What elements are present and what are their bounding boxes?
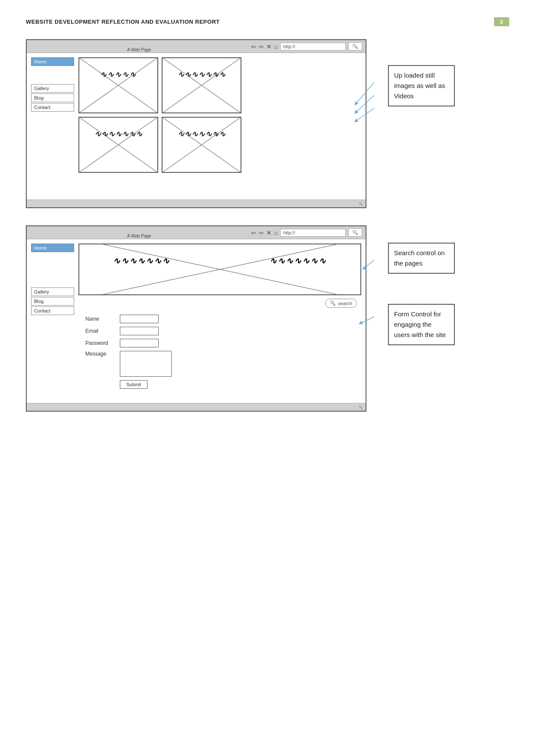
submit-button[interactable]: Submit bbox=[120, 380, 147, 389]
browser-mockup-1: A Web Page ⇦ ⇨ ✕ ⌂ 🔍 Home Gallery Blog bbox=[26, 39, 366, 208]
annotation-section-1: Up loaded still images as well as Videos bbox=[375, 65, 455, 106]
nav-sidebar-2: Home Gallery Blog Contact bbox=[31, 244, 74, 399]
form-row-password: Password bbox=[85, 339, 354, 347]
browser-search-2[interactable]: 🔍 bbox=[348, 228, 362, 237]
form-row-name: Name bbox=[85, 315, 354, 323]
browser-toolbar-1: A Web Page ⇦ ⇨ ✕ ⌂ 🔍 bbox=[27, 40, 366, 53]
close-button-2[interactable]: ✕ bbox=[266, 229, 272, 236]
annotation-3-text: Form Control for engaging the users with… bbox=[394, 310, 446, 338]
nav-item-blog-1[interactable]: Blog bbox=[31, 94, 74, 102]
form-area: Name Email Password Message bbox=[78, 311, 361, 392]
home-button-2[interactable]: ⌂ bbox=[274, 229, 278, 236]
form-input-password[interactable] bbox=[120, 339, 159, 347]
page-header: WEBSITE DEVELOPMENT REFLECTION AND EVALU… bbox=[26, 17, 509, 26]
nav-item-gallery-1[interactable]: Gallery bbox=[31, 84, 74, 93]
image-row-top: ∿∿∿∿∿ ∿∿∿∿∿∿∿ bbox=[78, 57, 361, 113]
form-label-message: Message bbox=[85, 351, 116, 357]
close-button[interactable]: ✕ bbox=[266, 43, 272, 50]
svg-line-14 bbox=[360, 317, 374, 323]
search-icon-2: 🔍 bbox=[352, 230, 358, 235]
form-label-name: Name bbox=[85, 316, 116, 322]
form-textarea-message[interactable] bbox=[120, 351, 172, 377]
forward-button-2[interactable]: ⇨ bbox=[259, 229, 264, 236]
section-2: A Web Page ⇦ ⇨ ✕ ⌂ 🔍 Home Gallery Blog bbox=[26, 225, 509, 412]
form-input-email[interactable] bbox=[120, 327, 159, 335]
browser-body-1: Home Gallery Blog Contact bbox=[27, 53, 366, 200]
annotation-3-wrapper: Form Control for engaging the users with… bbox=[375, 304, 455, 345]
browser-body-2: Home Gallery Blog Contact ∿∿ bbox=[27, 239, 366, 403]
arrow-search bbox=[362, 256, 375, 281]
report-title: WEBSITE DEVELOPMENT REFLECTION AND EVALU… bbox=[26, 19, 220, 25]
browser-search-1[interactable]: 🔍 bbox=[348, 42, 362, 50]
form-label-password: Password bbox=[85, 340, 116, 346]
form-input-name[interactable] bbox=[120, 315, 159, 323]
form-row-email: Email bbox=[85, 327, 354, 335]
back-button-2[interactable]: ⇦ bbox=[251, 229, 256, 236]
form-row-submit: Submit bbox=[85, 380, 354, 389]
annotation-1-text: Up loaded still images as well as Videos bbox=[394, 72, 445, 100]
wire-img-3: ∿∿∿∿∿∿∿ bbox=[78, 117, 158, 173]
browser-title-1: A Web Page bbox=[127, 47, 151, 52]
form-label-email: Email bbox=[85, 328, 116, 334]
browser-title-2: A Web Page bbox=[127, 234, 151, 238]
wire-img-4-text: ∿∿∿∿∿∿∿ bbox=[178, 129, 226, 139]
resize-icon-1: ⤡ bbox=[359, 201, 363, 207]
nav-item-blog-2[interactable]: Blog bbox=[31, 297, 74, 306]
arrow-form bbox=[359, 312, 376, 334]
wire-img-4: ∿∿∿∿∿∿∿ bbox=[162, 117, 241, 173]
nav-item-home-1[interactable]: Home bbox=[31, 57, 74, 66]
resize-icon-2: ⤡ bbox=[359, 404, 363, 410]
nav-item-contact-2[interactable]: Contact bbox=[31, 306, 74, 315]
arrow-lines-1 bbox=[354, 69, 375, 156]
annotation-2-text: Search control on the pages bbox=[394, 249, 445, 267]
search-bar[interactable]: 🔍 search bbox=[325, 299, 357, 308]
nav-item-contact-1[interactable]: Contact bbox=[31, 103, 74, 112]
section-2-row: A Web Page ⇦ ⇨ ✕ ⌂ 🔍 Home Gallery Blog bbox=[26, 225, 509, 412]
content-area-1: ∿∿∿∿∿ ∿∿∿∿∿∿∿ bbox=[78, 57, 361, 195]
wire-img-2-text: ∿∿∿∿∿∿∿ bbox=[178, 70, 226, 79]
wire-img-3-text: ∿∿∿∿∿∿∿ bbox=[94, 129, 143, 139]
nav-item-home-2[interactable]: Home bbox=[31, 244, 74, 252]
url-bar-2[interactable] bbox=[280, 229, 346, 237]
search-icon-3: 🔍 bbox=[330, 300, 336, 306]
forward-button[interactable]: ⇨ bbox=[259, 43, 264, 50]
browser-footer-2: ⤡ bbox=[27, 403, 366, 411]
form-row-message: Message bbox=[85, 351, 354, 377]
wire-img-1-text: ∿∿∿∿∿ bbox=[100, 70, 137, 79]
browser-mockup-2: A Web Page ⇦ ⇨ ✕ ⌂ 🔍 Home Gallery Blog bbox=[26, 225, 366, 412]
annotation-box-1: Up loaded still images as well as Videos bbox=[388, 65, 455, 106]
wire-img-1: ∿∿∿∿∿ bbox=[78, 57, 158, 113]
url-bar-1[interactable] bbox=[280, 43, 346, 50]
svg-line-13 bbox=[364, 260, 374, 269]
search-bar-row: 🔍 search bbox=[78, 299, 361, 308]
image-row-bottom: ∿∿∿∿∿∿∿ ∿∿∿∿∿∿∿ bbox=[78, 117, 361, 173]
wire-img-banner: ∿∿∿∿∿∿∿ ∿∿∿∿∿∿∿ bbox=[78, 244, 361, 295]
annotation-section-2: Search control on the pages Form Control… bbox=[375, 225, 455, 345]
annotation-box-2: Search control on the pages bbox=[388, 243, 455, 274]
annotation-2-wrapper: Search control on the pages bbox=[375, 243, 455, 274]
search-icon: 🔍 bbox=[352, 44, 358, 49]
browser-footer-1: ⤡ bbox=[27, 200, 366, 207]
nav-item-gallery-2[interactable]: Gallery bbox=[31, 287, 74, 296]
content-area-2: ∿∿∿∿∿∿∿ ∿∿∿∿∿∿∿ 🔍 search Name bbox=[78, 244, 361, 399]
svg-line-8 bbox=[356, 82, 374, 104]
home-button[interactable]: ⌂ bbox=[274, 43, 278, 50]
back-button[interactable]: ⇦ bbox=[251, 43, 256, 50]
page-number-badge: 2 bbox=[494, 17, 509, 26]
section-1: A Web Page ⇦ ⇨ ✕ ⌂ 🔍 Home Gallery Blog bbox=[26, 39, 509, 208]
section-1-row: A Web Page ⇦ ⇨ ✕ ⌂ 🔍 Home Gallery Blog bbox=[26, 39, 509, 208]
wire-img-2: ∿∿∿∿∿∿∿ bbox=[162, 57, 241, 113]
nav-sidebar-1: Home Gallery Blog Contact bbox=[31, 57, 74, 195]
annotation-box-3: Form Control for engaging the users with… bbox=[388, 304, 455, 345]
browser-toolbar-2: A Web Page ⇦ ⇨ ✕ ⌂ 🔍 bbox=[27, 226, 366, 239]
search-label: search bbox=[338, 301, 352, 306]
